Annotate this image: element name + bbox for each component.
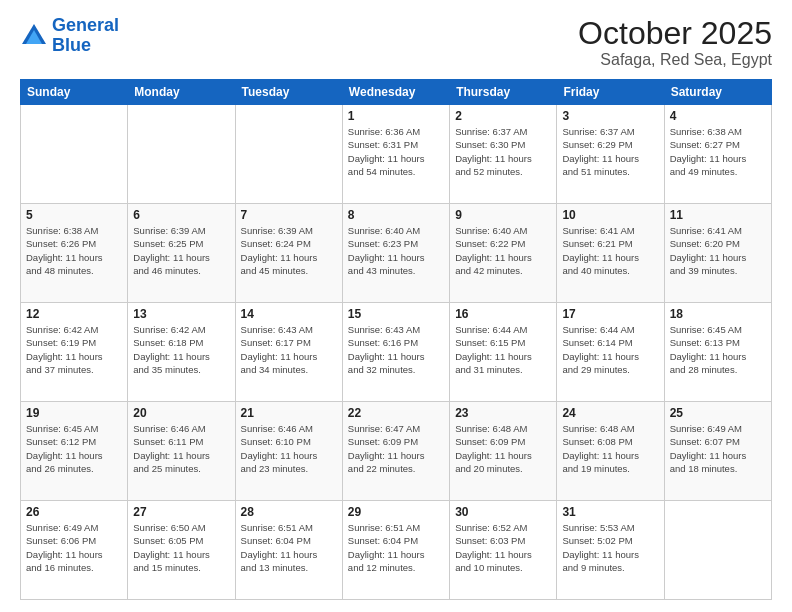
day-info: Sunrise: 6:40 AM Sunset: 6:23 PM Dayligh…	[348, 224, 444, 277]
table-row: 26Sunrise: 6:49 AM Sunset: 6:06 PM Dayli…	[21, 501, 128, 600]
day-info: Sunrise: 6:43 AM Sunset: 6:17 PM Dayligh…	[241, 323, 337, 376]
table-row: 25Sunrise: 6:49 AM Sunset: 6:07 PM Dayli…	[664, 402, 771, 501]
day-number: 14	[241, 307, 337, 321]
table-row: 7Sunrise: 6:39 AM Sunset: 6:24 PM Daylig…	[235, 204, 342, 303]
table-row: 2Sunrise: 6:37 AM Sunset: 6:30 PM Daylig…	[450, 105, 557, 204]
table-row	[128, 105, 235, 204]
day-info: Sunrise: 6:48 AM Sunset: 6:08 PM Dayligh…	[562, 422, 658, 475]
calendar-week-row: 5Sunrise: 6:38 AM Sunset: 6:26 PM Daylig…	[21, 204, 772, 303]
logo: General Blue	[20, 16, 119, 56]
day-info: Sunrise: 6:39 AM Sunset: 6:25 PM Dayligh…	[133, 224, 229, 277]
table-row: 6Sunrise: 6:39 AM Sunset: 6:25 PM Daylig…	[128, 204, 235, 303]
day-info: Sunrise: 6:48 AM Sunset: 6:09 PM Dayligh…	[455, 422, 551, 475]
calendar-table: Sunday Monday Tuesday Wednesday Thursday…	[20, 79, 772, 600]
table-row: 23Sunrise: 6:48 AM Sunset: 6:09 PM Dayli…	[450, 402, 557, 501]
table-row: 22Sunrise: 6:47 AM Sunset: 6:09 PM Dayli…	[342, 402, 449, 501]
day-number: 31	[562, 505, 658, 519]
table-row: 17Sunrise: 6:44 AM Sunset: 6:14 PM Dayli…	[557, 303, 664, 402]
day-number: 2	[455, 109, 551, 123]
day-info: Sunrise: 6:51 AM Sunset: 6:04 PM Dayligh…	[241, 521, 337, 574]
day-info: Sunrise: 6:43 AM Sunset: 6:16 PM Dayligh…	[348, 323, 444, 376]
day-info: Sunrise: 6:46 AM Sunset: 6:11 PM Dayligh…	[133, 422, 229, 475]
logo-general: General	[52, 15, 119, 35]
day-number: 7	[241, 208, 337, 222]
day-number: 19	[26, 406, 122, 420]
table-row: 18Sunrise: 6:45 AM Sunset: 6:13 PM Dayli…	[664, 303, 771, 402]
location-subtitle: Safaga, Red Sea, Egypt	[578, 51, 772, 69]
day-info: Sunrise: 6:45 AM Sunset: 6:12 PM Dayligh…	[26, 422, 122, 475]
calendar-week-row: 19Sunrise: 6:45 AM Sunset: 6:12 PM Dayli…	[21, 402, 772, 501]
calendar-week-row: 12Sunrise: 6:42 AM Sunset: 6:19 PM Dayli…	[21, 303, 772, 402]
calendar-week-row: 26Sunrise: 6:49 AM Sunset: 6:06 PM Dayli…	[21, 501, 772, 600]
table-row	[664, 501, 771, 600]
col-saturday: Saturday	[664, 80, 771, 105]
day-info: Sunrise: 6:38 AM Sunset: 6:26 PM Dayligh…	[26, 224, 122, 277]
day-info: Sunrise: 5:53 AM Sunset: 5:02 PM Dayligh…	[562, 521, 658, 574]
day-info: Sunrise: 6:46 AM Sunset: 6:10 PM Dayligh…	[241, 422, 337, 475]
day-number: 8	[348, 208, 444, 222]
logo-text: General Blue	[52, 16, 119, 56]
table-row: 1Sunrise: 6:36 AM Sunset: 6:31 PM Daylig…	[342, 105, 449, 204]
title-block: October 2025 Safaga, Red Sea, Egypt	[578, 16, 772, 69]
day-number: 17	[562, 307, 658, 321]
day-number: 15	[348, 307, 444, 321]
day-info: Sunrise: 6:45 AM Sunset: 6:13 PM Dayligh…	[670, 323, 766, 376]
day-number: 25	[670, 406, 766, 420]
table-row: 30Sunrise: 6:52 AM Sunset: 6:03 PM Dayli…	[450, 501, 557, 600]
day-info: Sunrise: 6:40 AM Sunset: 6:22 PM Dayligh…	[455, 224, 551, 277]
day-number: 21	[241, 406, 337, 420]
header: General Blue October 2025 Safaga, Red Se…	[20, 16, 772, 69]
day-number: 13	[133, 307, 229, 321]
day-number: 30	[455, 505, 551, 519]
day-info: Sunrise: 6:36 AM Sunset: 6:31 PM Dayligh…	[348, 125, 444, 178]
day-number: 3	[562, 109, 658, 123]
table-row	[235, 105, 342, 204]
day-info: Sunrise: 6:51 AM Sunset: 6:04 PM Dayligh…	[348, 521, 444, 574]
day-info: Sunrise: 6:49 AM Sunset: 6:06 PM Dayligh…	[26, 521, 122, 574]
day-info: Sunrise: 6:37 AM Sunset: 6:29 PM Dayligh…	[562, 125, 658, 178]
table-row: 27Sunrise: 6:50 AM Sunset: 6:05 PM Dayli…	[128, 501, 235, 600]
day-info: Sunrise: 6:39 AM Sunset: 6:24 PM Dayligh…	[241, 224, 337, 277]
day-number: 9	[455, 208, 551, 222]
table-row: 29Sunrise: 6:51 AM Sunset: 6:04 PM Dayli…	[342, 501, 449, 600]
table-row: 4Sunrise: 6:38 AM Sunset: 6:27 PM Daylig…	[664, 105, 771, 204]
day-number: 11	[670, 208, 766, 222]
table-row: 28Sunrise: 6:51 AM Sunset: 6:04 PM Dayli…	[235, 501, 342, 600]
table-row: 16Sunrise: 6:44 AM Sunset: 6:15 PM Dayli…	[450, 303, 557, 402]
day-number: 16	[455, 307, 551, 321]
table-row: 21Sunrise: 6:46 AM Sunset: 6:10 PM Dayli…	[235, 402, 342, 501]
day-number: 10	[562, 208, 658, 222]
day-info: Sunrise: 6:38 AM Sunset: 6:27 PM Dayligh…	[670, 125, 766, 178]
day-number: 12	[26, 307, 122, 321]
day-number: 24	[562, 406, 658, 420]
table-row: 24Sunrise: 6:48 AM Sunset: 6:08 PM Dayli…	[557, 402, 664, 501]
day-number: 22	[348, 406, 444, 420]
day-info: Sunrise: 6:41 AM Sunset: 6:20 PM Dayligh…	[670, 224, 766, 277]
day-number: 1	[348, 109, 444, 123]
day-number: 27	[133, 505, 229, 519]
table-row: 20Sunrise: 6:46 AM Sunset: 6:11 PM Dayli…	[128, 402, 235, 501]
month-year-title: October 2025	[578, 16, 772, 51]
table-row: 31Sunrise: 5:53 AM Sunset: 5:02 PM Dayli…	[557, 501, 664, 600]
day-number: 5	[26, 208, 122, 222]
calendar-header-row: Sunday Monday Tuesday Wednesday Thursday…	[21, 80, 772, 105]
day-info: Sunrise: 6:47 AM Sunset: 6:09 PM Dayligh…	[348, 422, 444, 475]
col-thursday: Thursday	[450, 80, 557, 105]
day-number: 4	[670, 109, 766, 123]
table-row: 10Sunrise: 6:41 AM Sunset: 6:21 PM Dayli…	[557, 204, 664, 303]
table-row: 5Sunrise: 6:38 AM Sunset: 6:26 PM Daylig…	[21, 204, 128, 303]
day-info: Sunrise: 6:42 AM Sunset: 6:18 PM Dayligh…	[133, 323, 229, 376]
col-tuesday: Tuesday	[235, 80, 342, 105]
day-number: 18	[670, 307, 766, 321]
col-sunday: Sunday	[21, 80, 128, 105]
table-row: 15Sunrise: 6:43 AM Sunset: 6:16 PM Dayli…	[342, 303, 449, 402]
day-number: 28	[241, 505, 337, 519]
table-row: 3Sunrise: 6:37 AM Sunset: 6:29 PM Daylig…	[557, 105, 664, 204]
day-number: 6	[133, 208, 229, 222]
day-info: Sunrise: 6:37 AM Sunset: 6:30 PM Dayligh…	[455, 125, 551, 178]
day-info: Sunrise: 6:50 AM Sunset: 6:05 PM Dayligh…	[133, 521, 229, 574]
table-row: 11Sunrise: 6:41 AM Sunset: 6:20 PM Dayli…	[664, 204, 771, 303]
table-row: 8Sunrise: 6:40 AM Sunset: 6:23 PM Daylig…	[342, 204, 449, 303]
day-number: 26	[26, 505, 122, 519]
day-info: Sunrise: 6:44 AM Sunset: 6:15 PM Dayligh…	[455, 323, 551, 376]
